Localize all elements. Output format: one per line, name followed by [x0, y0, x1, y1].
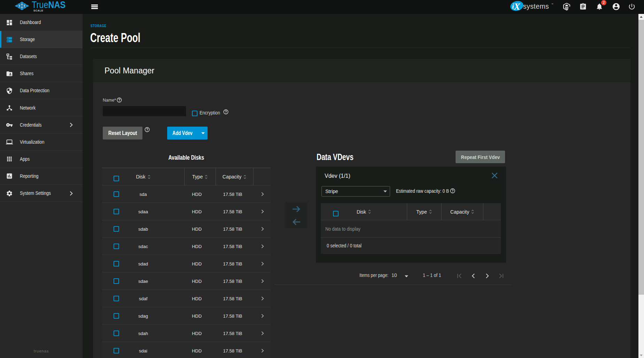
svg-text:X: X [513, 1, 521, 12]
